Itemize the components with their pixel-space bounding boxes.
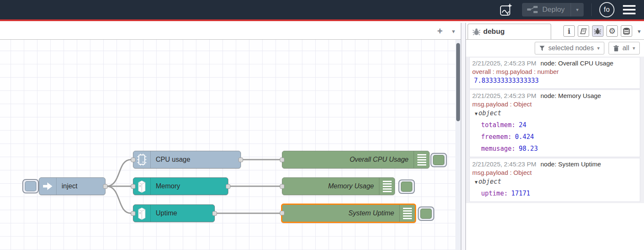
- debug-toggle-button[interactable]: [418, 207, 434, 221]
- flow-list-dropdown-button[interactable]: ▾: [452, 28, 455, 34]
- node-debug-system-uptime[interactable]: System Uptime: [281, 204, 416, 223]
- message-timestamp: 2/21/2025, 2:45:23 PM: [472, 92, 536, 99]
- debug-message[interactable]: 2/21/2025, 2:45:23 PMnode: System Uptime…: [469, 158, 640, 202]
- deploy-button-label: Deploy: [542, 5, 565, 14]
- object-entry: memusage:98.23: [472, 143, 637, 155]
- node-label: inject: [57, 178, 105, 195]
- node-debug-overall-cpu[interactable]: Overall CPU Usage: [282, 151, 430, 168]
- input-port[interactable]: [280, 158, 284, 162]
- node-memory[interactable]: Memory: [133, 177, 228, 195]
- info-icon: i: [568, 27, 570, 35]
- canvas-vertical-scrollbar[interactable]: [455, 40, 461, 250]
- node-cpu-usage[interactable]: CPU usage: [133, 151, 241, 168]
- node-uptime[interactable]: Uptime: [133, 204, 215, 222]
- debug-output-icon: [399, 205, 415, 222]
- header-bar: Deploy ▾ fo: [0, 0, 644, 21]
- sidebar-tabs-dropdown-button[interactable]: ▾: [638, 28, 641, 35]
- info-tab-button[interactable]: i: [563, 25, 575, 37]
- object-expand-toggle[interactable]: ▼object: [472, 108, 637, 119]
- node-inject[interactable]: inject: [39, 177, 106, 195]
- sidebar-splitter[interactable]: [461, 23, 466, 250]
- debug-toggle-button[interactable]: [398, 179, 415, 194]
- entry-key: uptime:: [481, 190, 508, 197]
- deploy-dropdown-button[interactable]: ▾: [571, 3, 584, 16]
- message-source-node: node: Memory Usage: [541, 92, 601, 99]
- context-data-tab-button[interactable]: [621, 25, 632, 37]
- gear-icon: ⚙: [609, 27, 616, 35]
- message-property-path: msg.payload : Object: [472, 100, 637, 108]
- debug-output-icon: [379, 178, 395, 195]
- flow-canvas[interactable]: inject CPU usage: [0, 40, 455, 250]
- caret-down-icon: ▾: [576, 7, 579, 13]
- add-flow-button[interactable]: +: [437, 27, 443, 36]
- main-menu-button[interactable]: [622, 3, 636, 16]
- server-tower-icon: [136, 207, 147, 220]
- workspace-column: + ▾: [0, 23, 461, 250]
- entry-value: 24: [519, 121, 526, 129]
- entry-key: totalmem:: [481, 121, 515, 129]
- debug-filter-row: selected nodes ▾ all ▾: [466, 40, 644, 57]
- entry-key: memusage:: [481, 145, 515, 152]
- ai-assistant-button[interactable]: [498, 2, 514, 18]
- input-port[interactable]: [280, 184, 284, 189]
- deploy-icon: [527, 6, 538, 14]
- help-tab-button[interactable]: [578, 25, 589, 37]
- entry-value: 17171: [511, 190, 530, 197]
- entry-key: freemem:: [481, 133, 511, 141]
- ai-assistant-icon: [499, 3, 513, 17]
- input-port[interactable]: [131, 158, 135, 162]
- debug-clear-button[interactable]: all ▾: [609, 42, 640, 54]
- message-property-path: msg.payload : Object: [472, 168, 637, 177]
- node-label: Memory: [151, 178, 228, 195]
- deploy-button[interactable]: Deploy ▾: [522, 3, 584, 16]
- node-label: Uptime: [151, 205, 214, 222]
- tree-caret-icon: ▼: [475, 179, 478, 185]
- inject-trigger-button[interactable]: [22, 179, 39, 193]
- bug-icon: [472, 28, 481, 35]
- debug-filter-button[interactable]: selected nodes ▾: [535, 42, 604, 54]
- book-icon: [579, 28, 587, 35]
- inject-arrow-icon: [43, 182, 53, 190]
- user-avatar[interactable]: fo: [599, 2, 614, 17]
- debug-output-icon: [414, 151, 429, 168]
- node-debug-memory-usage[interactable]: Memory Usage: [282, 177, 395, 195]
- hamburger-icon: [623, 5, 636, 7]
- message-source-node: node: System Uptime: [541, 160, 601, 168]
- caret-down-icon: ▾: [597, 45, 600, 51]
- object-expand-toggle[interactable]: ▼object: [472, 177, 637, 188]
- message-timestamp: 2/21/2025, 2:45:23 PM: [472, 160, 536, 168]
- debug-toggle-button[interactable]: [430, 153, 447, 167]
- config-nodes-tab-button[interactable]: ⚙: [606, 25, 618, 37]
- input-port[interactable]: [280, 211, 284, 215]
- caret-down-icon: ▾: [633, 45, 635, 51]
- object-entry: uptime:17171: [472, 188, 637, 199]
- debug-tab-button[interactable]: [592, 25, 603, 37]
- header-separator: [591, 3, 592, 16]
- scrollbar-thumb[interactable]: [456, 43, 460, 121]
- tab-debug[interactable]: debug: [468, 24, 551, 39]
- message-property-path: overall : msg.payload : number: [472, 68, 637, 76]
- cpu-chip-icon: [136, 153, 147, 166]
- entry-value: 0.424: [515, 133, 534, 141]
- output-port[interactable]: [226, 184, 230, 189]
- debug-message-list: 2/21/2025, 2:45:23 PMnode: Overall CPU U…: [466, 57, 644, 203]
- node-label: Overall CPU Usage: [282, 151, 414, 168]
- tree-caret-icon: ▼: [475, 111, 478, 117]
- output-port[interactable]: [212, 211, 217, 216]
- debug-message[interactable]: 2/21/2025, 2:45:23 PMnode: Memory Usage …: [469, 90, 640, 157]
- object-entry: freemem:0.424: [472, 131, 637, 143]
- message-timestamp: 2/21/2025, 2:45:23 PM: [472, 60, 536, 67]
- flow-tab-bar: + ▾: [0, 23, 461, 40]
- debug-message[interactable]: 2/21/2025, 2:45:23 PMnode: Overall CPU U…: [469, 57, 640, 89]
- entry-value: 98.23: [519, 145, 538, 152]
- debug-filter-label: selected nodes: [548, 44, 594, 52]
- avatar-initials: fo: [604, 6, 610, 14]
- funnel-icon: [539, 46, 545, 51]
- output-port[interactable]: [103, 184, 108, 189]
- debug-clear-label: all: [622, 44, 629, 52]
- node-label: Memory Usage: [282, 178, 379, 195]
- tab-debug-label: debug: [483, 27, 505, 36]
- input-port[interactable]: [131, 211, 135, 216]
- output-port[interactable]: [238, 158, 243, 162]
- input-port[interactable]: [131, 184, 135, 189]
